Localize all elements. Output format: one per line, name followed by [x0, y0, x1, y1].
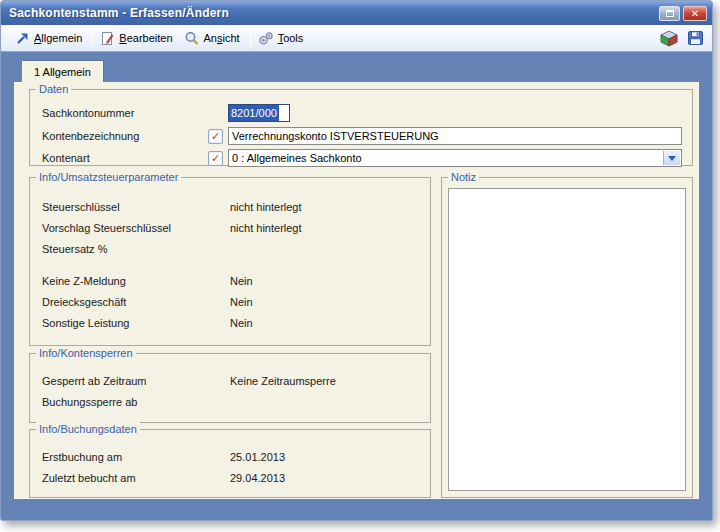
info-label: Dreiecksgeschäft: [42, 296, 212, 312]
info-row: Gesperrt ab Zeitraum Keine Zeitraumsperr…: [42, 375, 422, 391]
bullet-icon: [212, 275, 230, 291]
toolbar-separator: [92, 30, 93, 47]
bullet-icon: [212, 375, 230, 391]
menu-ansicht[interactable]: Ansicht: [180, 29, 247, 48]
info-value: Nein: [230, 275, 422, 291]
info-value: 25.01.2013: [230, 451, 422, 467]
menu-allgemein[interactable]: Allgemein: [11, 29, 89, 47]
app-window: Sachkontenstamm - Erfassen/Ändern ✕ Allg…: [0, 0, 713, 521]
info-row: Sonstige Leistung Nein: [42, 317, 422, 333]
field-label: Sachkontonummer: [42, 107, 208, 119]
kontenart-dropdown[interactable]: 0 : Allgemeines Sachkonto: [228, 149, 682, 167]
toolbar: Allgemein Bearbeiten Ansicht Tool: [1, 25, 712, 52]
arrow-up-right-icon: [15, 31, 30, 45]
info-label: Steuerschlüssel: [42, 201, 212, 217]
info-value: [230, 243, 422, 259]
field-row-kontenbezeichnung: Kontenbezeichnung ✓ Verrechnungskonto IS…: [42, 126, 682, 146]
check-slot: ✓: [208, 129, 228, 144]
group-title: Daten: [36, 82, 71, 96]
gears-icon: [258, 31, 274, 46]
info-value: [230, 396, 422, 412]
group-title: Notiz: [448, 170, 479, 184]
info-label: Keine Z-Meldung: [42, 275, 212, 291]
cube-icon[interactable]: [660, 30, 678, 47]
bullet-icon: [212, 222, 230, 238]
sachkontonummer-input[interactable]: 8201/000: [228, 104, 290, 122]
restore-button[interactable]: [659, 6, 680, 21]
save-icon[interactable]: [687, 30, 704, 46]
group-umsatzsteuerparameter: Info/Umsatzsteuerparameter Steuerschlüss…: [29, 177, 431, 346]
menu-label: Bearbeiten: [119, 32, 172, 44]
info-label: Steuersatz %: [42, 243, 212, 259]
bullet-icon: [212, 396, 230, 412]
info-value: nicht hinterlegt: [230, 222, 422, 238]
group-daten: Daten Sachkontonummer 8201/000 Kontenbez…: [29, 89, 693, 166]
tab-page-allgemein: Daten Sachkontonummer 8201/000 Kontenbez…: [14, 82, 699, 499]
group-notiz: Notiz: [441, 177, 693, 498]
info-row: Dreiecksgeschäft Nein: [42, 296, 422, 312]
info-value: 29.04.2013: [230, 472, 422, 488]
check-button[interactable]: ✓: [208, 129, 223, 144]
info-label: Erstbuchung am: [42, 451, 212, 467]
bullet-icon: [212, 472, 230, 488]
field-label: Kontenart: [42, 152, 208, 164]
info-label: Zuletzt bebucht am: [42, 472, 212, 488]
bullet-icon: [212, 296, 230, 312]
menu-label: Allgemein: [34, 32, 82, 44]
info-label: Gesperrt ab Zeitraum: [42, 375, 212, 391]
group-title: Info/Buchungsdaten: [36, 422, 140, 436]
info-row: Erstbuchung am 25.01.2013: [42, 451, 422, 467]
menu-tools[interactable]: Tools: [254, 29, 311, 48]
group-title: Info/Kontensperren: [36, 346, 136, 360]
menu-label: Ansicht: [204, 32, 240, 44]
group-kontensperren: Info/Kontensperren Gesperrt ab Zeitraum …: [29, 353, 431, 423]
field-row-sachkontonummer: Sachkontonummer 8201/000: [42, 103, 682, 123]
dropdown-value: 0 : Allgemeines Sachkonto: [232, 152, 362, 164]
info-value: Keine Zeitraumsperre: [230, 375, 422, 391]
dropdown-button[interactable]: [663, 151, 680, 165]
field-row-kontenart: Kontenart ✓ 0 : Allgemeines Sachkonto: [42, 148, 682, 168]
menu-label: Tools: [278, 32, 304, 44]
menu-bearbeiten[interactable]: Bearbeiten: [96, 29, 179, 48]
info-row: Steuersatz %: [42, 243, 422, 259]
bullet-icon: [212, 201, 230, 217]
info-row: Steuerschlüssel nicht hinterlegt: [42, 201, 422, 217]
group-buchungsdaten: Info/Buchungsdaten Erstbuchung am 25.01.…: [29, 429, 431, 498]
window-title: Sachkontenstamm - Erfassen/Ändern: [9, 6, 656, 20]
bullet-icon: [212, 451, 230, 467]
field-label: Kontenbezeichnung: [42, 130, 208, 142]
info-row: Vorschlag Steuerschlüssel nicht hinterle…: [42, 222, 422, 238]
edit-page-icon: [100, 31, 115, 46]
bullet-icon: [212, 317, 230, 333]
info-label: Vorschlag Steuerschlüssel: [42, 222, 212, 238]
kontenbezeichnung-input[interactable]: Verrechnungskonto ISTVERSTEUERUNG: [228, 127, 682, 145]
info-label: Buchungssperre ab: [42, 396, 212, 412]
bullet-icon: [212, 243, 230, 259]
check-slot: ✓: [208, 151, 228, 166]
magnifier-icon: [184, 31, 200, 46]
info-value: Nein: [230, 296, 422, 312]
content-frame: 1 Allgemein Daten Sachkontonummer 8201/0…: [1, 52, 712, 520]
info-value: nicht hinterlegt: [230, 201, 422, 217]
toolbar-separator: [250, 30, 251, 47]
tab-allgemein[interactable]: 1 Allgemein: [22, 61, 103, 83]
restore-icon: [666, 10, 674, 17]
group-title: Info/Umsatzsteuerparameter: [36, 170, 181, 184]
screen: Sachkontenstamm - Erfassen/Ändern ✕ Allg…: [0, 0, 720, 532]
chevron-down-icon: [668, 156, 676, 161]
titlebar: Sachkontenstamm - Erfassen/Ändern ✕: [1, 1, 712, 25]
info-row: Zuletzt bebucht am 29.04.2013: [42, 472, 422, 488]
info-value: Nein: [230, 317, 422, 333]
notiz-textarea[interactable]: [448, 188, 686, 491]
close-button[interactable]: ✕: [683, 6, 707, 21]
info-row: Keine Z-Meldung Nein: [42, 275, 422, 291]
info-row: Buchungssperre ab: [42, 396, 422, 412]
selected-text: 8201/000: [229, 105, 279, 121]
info-label: Sonstige Leistung: [42, 317, 212, 333]
check-button[interactable]: ✓: [208, 151, 223, 166]
